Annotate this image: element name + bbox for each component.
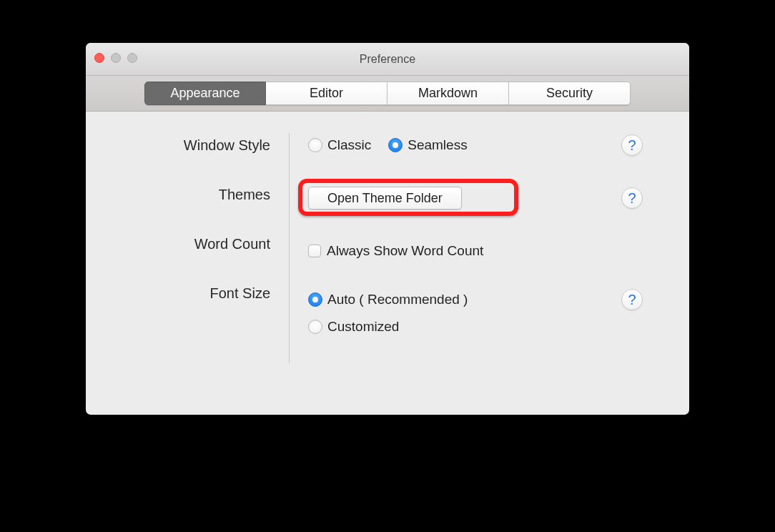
window-title: Preference <box>360 53 415 66</box>
window-style-row: Classic Seamless ? <box>308 133 661 157</box>
radio-icon <box>388 138 403 152</box>
radio-icon <box>308 292 322 307</box>
window-style-classic-radio[interactable]: Classic <box>308 137 371 153</box>
titlebar[interactable]: Preference <box>86 43 689 76</box>
close-window-button[interactable] <box>94 53 104 63</box>
always-show-word-count-checkbox[interactable]: Always Show Word Count <box>308 243 483 259</box>
traffic-lights <box>94 53 137 63</box>
themes-help-button[interactable]: ? <box>621 187 643 209</box>
tab-security[interactable]: Security <box>509 82 631 105</box>
radio-label: Customized <box>327 319 399 335</box>
labels-column: Window Style Themes Word Count Font Size <box>114 133 290 363</box>
checkbox-icon <box>308 245 321 257</box>
radio-icon <box>308 138 322 152</box>
font-size-row: Auto ( Recommended ) ? Customized <box>308 292 661 335</box>
font-size-help-button[interactable]: ? <box>621 289 643 310</box>
tab-appearance[interactable]: Appearance <box>144 82 266 105</box>
font-size-auto-radio[interactable]: Auto ( Recommended ) <box>308 292 468 307</box>
radio-label: Classic <box>327 137 371 153</box>
radio-label: Seamless <box>408 137 467 153</box>
radio-label: Auto ( Recommended ) <box>327 292 468 307</box>
tabs-segmented-control: Appearance Editor Markdown Security <box>144 82 631 105</box>
window-style-label: Window Style <box>184 137 270 154</box>
controls-column: Classic Seamless ? Open Theme Folder ? A <box>290 133 661 363</box>
tab-markdown[interactable]: Markdown <box>388 82 509 105</box>
maximize-window-button[interactable] <box>127 53 137 63</box>
font-size-label: Font Size <box>210 285 270 302</box>
checkbox-label: Always Show Word Count <box>327 243 483 259</box>
word-count-label: Word Count <box>194 236 270 252</box>
window-style-radio-group: Classic Seamless <box>308 137 468 153</box>
window-style-seamless-radio[interactable]: Seamless <box>388 137 467 153</box>
preferences-window: Preference Appearance Editor Markdown Se… <box>86 43 689 415</box>
themes-row: Open Theme Folder ? <box>308 186 661 210</box>
toolbar: Appearance Editor Markdown Security <box>86 76 689 112</box>
content-area: Window Style Themes Word Count Font Size… <box>86 112 689 385</box>
font-size-customized-radio[interactable]: Customized <box>308 319 399 335</box>
open-theme-folder-button[interactable]: Open Theme Folder <box>308 187 462 210</box>
word-count-row: Always Show Word Count <box>308 239 661 263</box>
minimize-window-button[interactable] <box>111 53 121 63</box>
radio-icon <box>308 320 322 334</box>
tab-editor[interactable]: Editor <box>266 82 388 105</box>
window-style-help-button[interactable]: ? <box>621 134 643 156</box>
themes-label: Themes <box>219 187 270 203</box>
